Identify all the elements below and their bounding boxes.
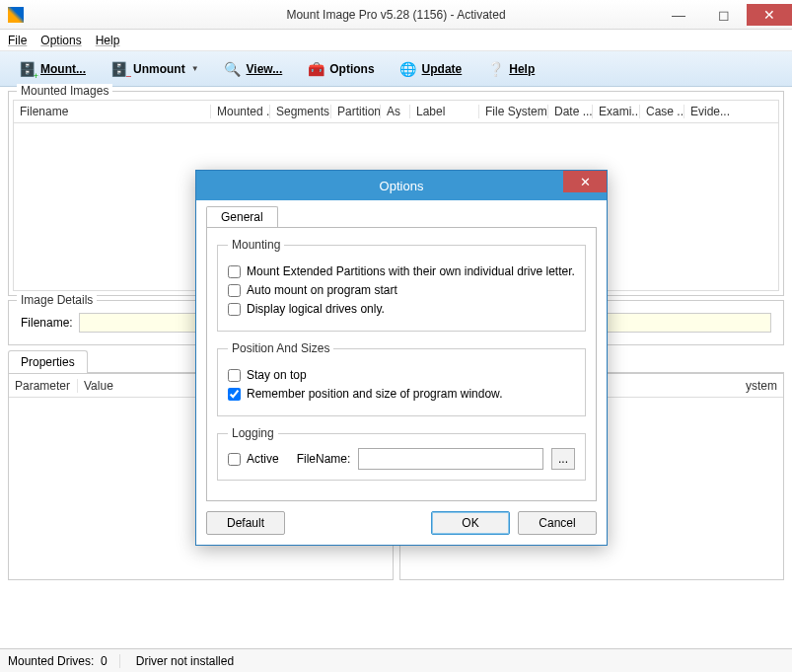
help-button[interactable]: ❔ Help [476,54,543,84]
col-filesystem[interactable]: File System [479,105,548,118]
position-fieldset: Position And Sizes Stay on top Remember … [217,341,586,416]
view-button[interactable]: 🔍 View... [214,54,292,84]
menu-options[interactable]: Options [40,34,81,47]
dialog-title: Options [380,179,424,193]
browse-button[interactable]: ... [551,448,575,470]
view-label: View... [247,62,283,76]
magnifier-icon: 🔍 [223,59,243,79]
opt-stay-on-top-checkbox[interactable] [228,369,241,382]
close-button[interactable]: ✕ [747,4,792,26]
mount-button[interactable]: 🗄️+ Mount... [8,54,95,84]
col-date[interactable]: Date ... [548,105,593,118]
minimize-button[interactable]: — [656,4,701,26]
menu-file[interactable]: File [8,34,27,47]
mounting-legend: Mounting [228,238,284,252]
opt-auto-mount-checkbox[interactable] [228,284,241,297]
toolbar: 🗄️+ Mount... 🗄️– Unmount ▼ 🔍 View... 🧰 O… [0,51,792,87]
col-mounted[interactable]: Mounted ... [211,105,270,118]
opt-remember-row[interactable]: Remember position and size of program wi… [228,387,575,401]
mounting-fieldset: Mounting Mount Extended Partitions with … [217,238,586,332]
help-icon: ❔ [485,59,505,79]
col-label[interactable]: Label [410,105,479,118]
update-label: Update [422,62,463,76]
col-exami[interactable]: Exami... [593,105,640,118]
tab-properties[interactable]: Properties [8,350,88,373]
logging-legend: Logging [228,426,278,440]
options-label: Options [329,62,374,76]
mount-label: Mount... [40,62,86,76]
mounted-images-header[interactable]: Filename Mounted ... Segments Partition … [13,100,779,123]
col-filename[interactable]: Filename [14,105,211,118]
opt-active-label: Active [247,452,279,466]
help-label: Help [509,62,535,76]
opt-logical-only-row[interactable]: Display logical drives only. [228,302,575,316]
image-details-label: Image Details [17,293,97,307]
col-as[interactable]: As [381,105,410,118]
unmount-label: Unmount [133,62,185,76]
statusbar: Mounted Drives: 0 Driver not installed [0,648,792,672]
opt-auto-mount-row[interactable]: Auto mount on program start [228,283,575,297]
database-remove-icon: 🗄️– [109,59,129,79]
mounted-images-label: Mounted Images [17,84,112,98]
database-add-icon: 🗄️+ [17,59,36,79]
opt-ext-partitions-row[interactable]: Mount Extended Partitions with their own… [228,264,575,278]
opt-logical-only-label: Display logical drives only. [247,302,385,316]
position-legend: Position And Sizes [228,341,333,355]
dialog-close-button[interactable]: ✕ [563,171,607,192]
opt-active-row[interactable]: Active [228,452,279,466]
opt-active-checkbox[interactable] [228,453,241,466]
unmount-button[interactable]: 🗄️– Unmount ▼ [101,54,208,84]
options-button[interactable]: 🧰 Options [297,54,383,84]
opt-ext-partitions-checkbox[interactable] [228,265,241,278]
col-evide[interactable]: Evide... [684,105,778,118]
filename-label: Filename: [21,316,73,330]
globe-refresh-icon: 🌐 [398,59,418,79]
log-filename-field[interactable] [358,448,543,470]
opt-remember-label: Remember position and size of program wi… [247,387,502,401]
window-controls: — ◻ ✕ [656,4,792,26]
opt-logical-only-checkbox[interactable] [228,303,241,316]
menubar: File Options Help [0,30,792,51]
opt-auto-mount-label: Auto mount on program start [247,283,397,297]
col-case[interactable]: Case ... [640,105,684,118]
ok-button[interactable]: OK [431,511,510,535]
dialog-titlebar[interactable]: Options ✕ [196,171,607,200]
opt-ext-partitions-label: Mount Extended Partitions with their own… [247,264,575,278]
status-mounted-drives: Mounted Drives: 0 [8,654,120,668]
col-partition[interactable]: Partition [331,105,381,118]
cancel-button[interactable]: Cancel [518,511,597,535]
update-button[interactable]: 🌐 Update [390,54,471,84]
options-dialog: Options ✕ General Mounting Mount Extende… [195,170,608,546]
maximize-button[interactable]: ◻ [701,4,747,26]
titlebar: Mount Image Pro v5.28 (1156) - Activated… [0,0,792,30]
app-icon [8,7,24,23]
status-driver: Driver not installed [136,654,234,668]
options-icon: 🧰 [306,59,325,79]
opt-stay-on-top-label: Stay on top [247,368,307,382]
log-filename-label: FileName: [297,452,351,466]
default-button[interactable]: Default [206,511,285,535]
col-parameter[interactable]: Parameter [9,379,78,393]
col-segments[interactable]: Segments [270,105,331,118]
chevron-down-icon: ▼ [191,64,199,73]
logging-fieldset: Logging Active FileName: ... [217,426,586,481]
opt-stay-on-top-row[interactable]: Stay on top [228,368,575,382]
opt-remember-checkbox[interactable] [228,388,241,401]
tab-general[interactable]: General [206,206,278,227]
menu-help[interactable]: Help [96,34,120,47]
